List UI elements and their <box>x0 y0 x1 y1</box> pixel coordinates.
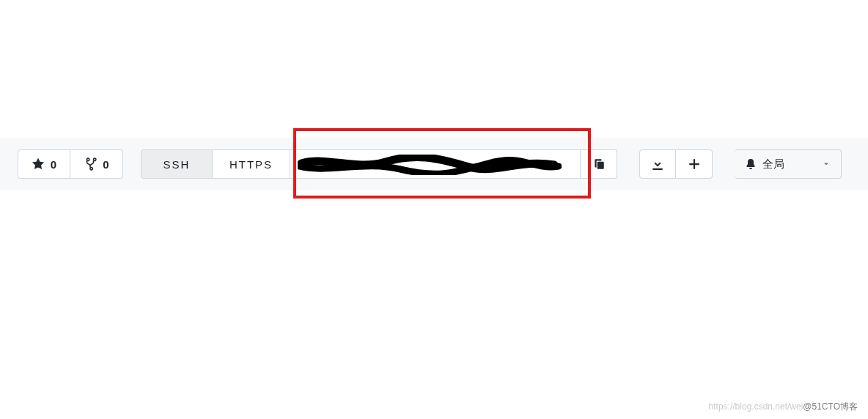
copy-icon <box>592 157 606 171</box>
tab-ssh-label: SSH <box>163 158 191 171</box>
watermark-bold: @51CTO博客 <box>803 401 858 412</box>
stats-group: 0 0 <box>18 149 123 179</box>
chevron-down-icon <box>822 160 831 168</box>
download-button[interactable] <box>639 149 676 179</box>
plus-icon <box>688 157 701 171</box>
star-button[interactable]: 0 <box>18 149 70 179</box>
fork-button[interactable]: 0 <box>70 149 123 179</box>
star-count: 0 <box>51 158 56 171</box>
tab-https[interactable]: HTTPS <box>213 149 290 179</box>
redaction-scribble <box>298 155 562 175</box>
tab-https-label: HTTPS <box>229 158 273 171</box>
watermark-faint: https://blog.csdn.net/wei <box>709 401 803 412</box>
download-icon <box>651 157 664 171</box>
star-icon <box>32 157 45 171</box>
global-dropdown-label: 全局 <box>762 157 784 171</box>
clone-url-field[interactable] <box>290 149 581 179</box>
fork-count: 0 <box>103 158 108 171</box>
bell-icon <box>745 158 757 170</box>
tab-ssh[interactable]: SSH <box>141 149 213 179</box>
global-dropdown[interactable]: 全局 <box>735 149 842 179</box>
fork-icon <box>84 157 97 171</box>
watermark: https://blog.csdn.net/wei@51CTO博客 <box>709 401 858 413</box>
copy-url-button[interactable] <box>581 149 617 179</box>
clone-group: SSH HTTPS <box>141 149 617 179</box>
repo-toolbar: 0 0 SSH HTTPS <box>0 138 868 190</box>
add-button[interactable] <box>676 149 713 179</box>
actions-group <box>639 149 713 179</box>
